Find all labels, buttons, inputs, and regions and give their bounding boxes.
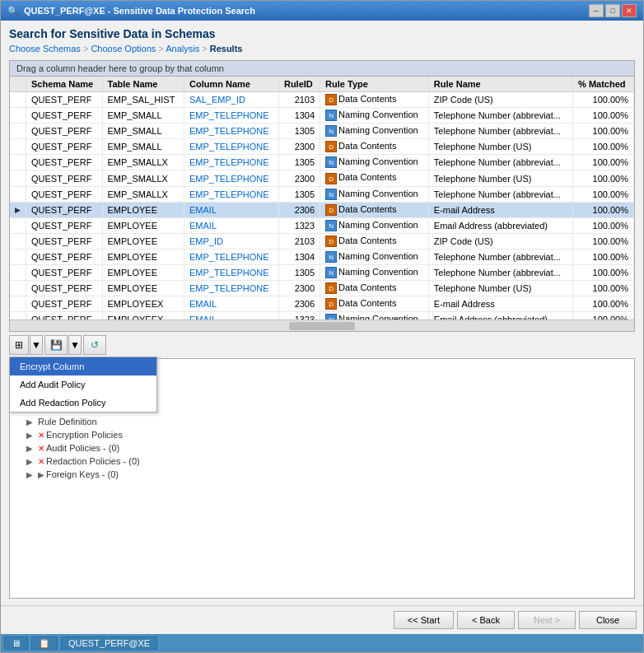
results-table-container: Drag a column header here to group by th… (9, 60, 635, 332)
table-row[interactable]: QUEST_PERF EMPLOYEEX EMAIL 1323 NNaming … (10, 312, 634, 320)
cell-matched: 100.00% (573, 281, 634, 296)
close-button[interactable]: ✕ (622, 4, 637, 17)
table-row[interactable]: QUEST_PERF EMP_SMALLX EMP_TELEPHONE 2300… (10, 170, 634, 186)
cell-table: EMPLOYEE (102, 217, 184, 233)
window-title: QUEST_PERF@XE - Sensitive Data Protectio… (24, 6, 255, 16)
add-audit-policy-item[interactable]: Add Audit Policy (10, 375, 156, 394)
cell-ruletype: NNaming Convention (320, 312, 429, 320)
action-dropdown-button[interactable]: ▼ (30, 335, 43, 355)
breadcrumb-schemas[interactable]: Choose Schemas (9, 44, 81, 54)
action-toolbar: ⊞ ▼ Encrypt Column Add Audit Policy Add … (9, 332, 635, 358)
cell-table: EMPLOYEE (102, 202, 184, 217)
maximize-button[interactable]: □ (605, 4, 620, 17)
cell-table: EMP_SAL_HIST (102, 92, 184, 108)
col-header-rulename[interactable]: Rule Name (428, 77, 572, 92)
col-header-matched[interactable]: % Matched (573, 77, 634, 92)
table-row[interactable]: ▶ QUEST_PERF EMPLOYEE EMAIL 2306 DData C… (10, 202, 634, 217)
cell-table: EMP_SMALLX (102, 155, 184, 170)
breadcrumb-analysis[interactable]: Analysis (166, 44, 199, 54)
table-row[interactable]: QUEST_PERF EMPLOYEE EMP_TELEPHONE 1304 N… (10, 249, 634, 264)
cell-column: EMP_TELEPHONE (184, 170, 279, 186)
col-header-column[interactable]: Column Name (184, 77, 279, 92)
save-button[interactable]: 💾 (44, 335, 68, 355)
row-arrow (10, 296, 26, 312)
table-row[interactable]: QUEST_PERF EMP_SMALLX EMP_TELEPHONE 1305… (10, 186, 634, 202)
breadcrumb-options[interactable]: Choose Options (91, 44, 156, 54)
table-row[interactable]: QUEST_PERF EMPLOYEE EMP_TELEPHONE 2300 D… (10, 281, 634, 296)
x-icon: ✕ (38, 431, 44, 440)
cell-matched: 100.00% (573, 155, 634, 170)
close-button-footer[interactable]: Close (579, 611, 637, 629)
back-button[interactable]: < Back (457, 611, 515, 629)
refresh-button[interactable]: ↺ (83, 335, 106, 355)
tree-item[interactable]: ▶ Rule Definition (13, 415, 631, 428)
cell-rulename: E-mail Address (428, 296, 572, 312)
cell-ruletype: DData Contents (320, 139, 429, 155)
minimize-button[interactable]: ─ (589, 4, 604, 17)
tree-label: Rule Definition (38, 417, 97, 427)
table-row[interactable]: QUEST_PERF EMP_SMALLX EMP_TELEPHONE 1305… (10, 155, 634, 170)
main-window: 🔍 QUEST_PERF@XE - Sensitive Data Protect… (0, 0, 644, 653)
cell-ruletype: NNaming Convention (320, 249, 429, 264)
cell-table: EMPLOYEE (102, 281, 184, 296)
cell-ruletype: DData Contents (320, 92, 429, 108)
cell-rulename: Email Address (abbreviated) (428, 217, 572, 233)
cell-rulename: Telephone Number (abbreviat... (428, 265, 572, 281)
title-bar-controls: ─ □ ✕ (589, 4, 637, 17)
col-header-arrow (10, 77, 26, 92)
results-table: Schema Name Table Name Column Name RuleI… (10, 77, 634, 320)
cell-table: EMPLOYEE (102, 233, 184, 249)
row-arrow (10, 312, 26, 320)
tree-item[interactable]: ▶ ✕Encryption Policies (13, 428, 631, 441)
tree-label: Redaction Policies - (0) (46, 456, 140, 466)
breadcrumb: Choose Schemas > Choose Options > Analys… (9, 44, 635, 54)
status-bar: 🖥 📋 QUEST_PERF@XE (1, 634, 643, 652)
tree-expand-arrow: ▶ (26, 431, 38, 440)
table-row[interactable]: QUEST_PERF EMPLOYEE EMP_ID 2103 DData Co… (10, 233, 634, 249)
tree-item[interactable]: ▶ ✕Redaction Policies - (0) (13, 455, 631, 468)
table-row[interactable]: QUEST_PERF EMPLOYEE EMP_TELEPHONE 1305 N… (10, 265, 634, 281)
save-dropdown-button[interactable]: ▼ (68, 335, 82, 355)
row-arrow (10, 233, 26, 249)
table-scroll-area[interactable]: Schema Name Table Name Column Name RuleI… (10, 77, 634, 320)
row-arrow (10, 217, 26, 233)
table-row[interactable]: QUEST_PERF EMP_SAL_HIST SAL_EMP_ID 2103 … (10, 92, 634, 108)
cell-column: EMP_TELEPHONE (184, 265, 279, 281)
add-redaction-policy-item[interactable]: Add Redaction Policy (10, 394, 156, 412)
cell-ruletype: NNaming Convention (320, 186, 429, 202)
cell-column: EMAIL (184, 202, 279, 217)
cell-column: EMAIL (184, 312, 279, 320)
start-button[interactable]: << Start (394, 611, 454, 629)
toolbar-group-save: 💾 ▼ (44, 335, 82, 355)
table-row[interactable]: QUEST_PERF EMPLOYEE EMAIL 1323 NNaming C… (10, 217, 634, 233)
col-header-ruleid[interactable]: RuleID (278, 77, 320, 92)
action-button[interactable]: ⊞ (9, 335, 29, 355)
cell-rulename: ZIP Code (US) (428, 92, 572, 108)
cell-column: EMP_TELEPHONE (184, 281, 279, 296)
col-header-schema[interactable]: Schema Name (26, 77, 103, 92)
cell-rulename: Telephone Number (abbreviat... (428, 249, 572, 264)
cell-column: EMAIL (184, 217, 279, 233)
table-row[interactable]: QUEST_PERF EMPLOYEEX EMAIL 2306 DData Co… (10, 296, 634, 312)
cell-table: EMPLOYEEX (102, 312, 184, 320)
table-row[interactable]: QUEST_PERF EMP_SMALL EMP_TELEPHONE 1305 … (10, 124, 634, 139)
scrollbar-thumb[interactable] (289, 322, 355, 330)
tree-label: Audit Policies - (0) (46, 443, 119, 453)
next-button[interactable]: Next > (518, 611, 576, 629)
cell-column: EMP_ID (184, 233, 279, 249)
row-arrow: ▶ (10, 202, 26, 217)
cell-table: EMP_SMALL (102, 108, 184, 124)
tree-item[interactable]: ▶ ✕Audit Policies - (0) (13, 441, 631, 455)
tree-item[interactable]: ▶ ▶Foreign Keys - (0) (13, 468, 631, 481)
col-header-ruletype[interactable]: Rule Type (320, 77, 429, 92)
cell-schema: QUEST_PERF (26, 217, 103, 233)
table-row[interactable]: QUEST_PERF EMP_SMALL EMP_TELEPHONE 1304 … (10, 108, 634, 124)
cell-ruleid: 2103 (278, 92, 320, 108)
horizontal-scrollbar[interactable] (10, 320, 634, 331)
encrypt-column-item[interactable]: Encrypt Column (10, 357, 156, 375)
col-header-table[interactable]: Table Name (102, 77, 184, 92)
cell-ruletype: NNaming Convention (320, 155, 429, 170)
title-bar: 🔍 QUEST_PERF@XE - Sensitive Data Protect… (1, 1, 643, 21)
table-row[interactable]: QUEST_PERF EMP_SMALL EMP_TELEPHONE 2300 … (10, 139, 634, 155)
cell-table: EMPLOYEEX (102, 296, 184, 312)
